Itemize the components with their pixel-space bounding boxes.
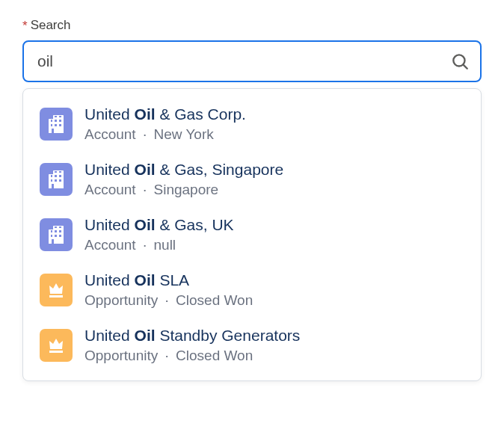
search-icon[interactable]: [450, 52, 470, 71]
result-meta-type: Account: [84, 126, 136, 142]
building-icon: [40, 218, 73, 251]
meta-separator: ·: [165, 348, 169, 363]
meta-separator: ·: [143, 237, 147, 253]
result-title-pre: United: [84, 216, 135, 233]
result-meta-type: Opportunity: [84, 292, 158, 308]
result-meta-type: Account: [84, 182, 136, 197]
search-result-item[interactable]: United Oil Standby GeneratorsOpportunity…: [23, 318, 481, 373]
search-input[interactable]: [22, 40, 482, 82]
result-title: United Oil & Gas, UK: [84, 215, 234, 235]
result-title-post: & Gas, Singapore: [156, 161, 284, 178]
result-meta-type: Account: [84, 237, 136, 253]
building-icon: [40, 163, 73, 196]
result-text: United Oil & Gas, UKAccount · null: [84, 215, 234, 255]
result-title: United Oil & Gas, Singapore: [84, 159, 283, 179]
search-results-dropdown: United Oil & Gas Corp.Account · New York…: [22, 88, 482, 381]
result-title: United Oil SLA: [84, 270, 253, 290]
search-input-wrapper: [22, 40, 482, 82]
result-title-pre: United: [84, 271, 135, 289]
result-meta: Account · New York: [84, 126, 246, 144]
result-meta-detail: New York: [154, 126, 214, 142]
result-meta-detail: Closed Won: [176, 292, 253, 308]
result-meta-detail: Singapore: [154, 182, 219, 197]
result-title-post: & Gas Corp.: [156, 105, 246, 123]
result-text: United Oil & Gas, SingaporeAccount · Sin…: [84, 159, 283, 200]
result-meta: Account · Singapore: [84, 181, 283, 200]
search-result-item[interactable]: United Oil & Gas, SingaporeAccount · Sin…: [23, 152, 481, 207]
result-text: United Oil & Gas Corp.Account · New York: [84, 104, 246, 144]
result-title-post: Standby Generators: [156, 327, 301, 344]
result-title-match: Oil: [135, 161, 156, 178]
result-title-match: Oil: [135, 216, 156, 233]
search-result-item[interactable]: United Oil & Gas, UKAccount · null: [23, 207, 481, 262]
crown-icon: [40, 329, 73, 362]
meta-separator: ·: [165, 292, 169, 308]
search-label-text: Search: [31, 18, 71, 33]
result-title-match: Oil: [135, 327, 156, 344]
result-title: United Oil Standby Generators: [84, 325, 300, 345]
result-title-match: Oil: [135, 105, 156, 123]
crown-icon: [40, 274, 73, 306]
search-result-item[interactable]: United Oil & Gas Corp.Account · New York: [23, 96, 481, 152]
result-meta-detail: Closed Won: [176, 348, 253, 363]
required-asterisk: *: [22, 19, 28, 32]
result-title-match: Oil: [135, 271, 156, 289]
result-meta: Opportunity · Closed Won: [84, 347, 300, 366]
search-field-label: * Search: [22, 18, 482, 33]
result-meta-type: Opportunity: [84, 348, 158, 363]
result-meta: Opportunity · Closed Won: [84, 292, 253, 310]
result-meta-detail: null: [154, 237, 176, 253]
result-text: United Oil SLAOpportunity · Closed Won: [84, 270, 253, 310]
svg-line-1: [464, 65, 467, 69]
result-title: United Oil & Gas Corp.: [84, 104, 246, 124]
search-result-item[interactable]: United Oil SLAOpportunity · Closed Won: [23, 262, 481, 318]
meta-separator: ·: [143, 182, 147, 197]
result-meta: Account · null: [84, 236, 234, 255]
meta-separator: ·: [143, 126, 147, 142]
result-text: United Oil Standby GeneratorsOpportunity…: [84, 325, 300, 366]
result-title-post: SLA: [156, 271, 190, 289]
result-title-post: & Gas, UK: [156, 216, 234, 233]
result-title-pre: United: [84, 327, 135, 344]
result-title-pre: United: [84, 161, 135, 178]
result-title-pre: United: [84, 105, 135, 123]
building-icon: [40, 108, 73, 141]
